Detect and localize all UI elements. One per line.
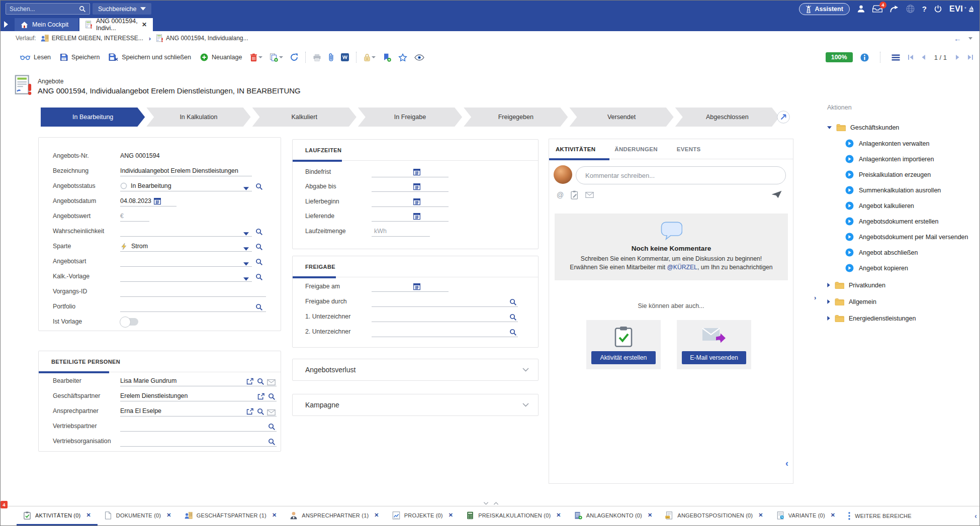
dropdown-icon[interactable] [243, 247, 249, 251]
field-wahrscheinlichkeit[interactable] [120, 224, 266, 239]
workflow-step-freigegeben[interactable]: Freigegeben [464, 108, 568, 127]
caret-right-blue-icon[interactable] [827, 283, 830, 287]
comment-field[interactable] [576, 166, 786, 184]
field-bearbeiter[interactable]: Lisa Marie Gundrum [120, 373, 277, 388]
user-icon[interactable] [857, 5, 865, 13]
zoom-level-badge[interactable]: 100% [826, 52, 853, 62]
bottom-tab-projekte-0[interactable]: PROJEKTE (0)✕ [386, 506, 460, 525]
copy-button[interactable] [266, 50, 287, 65]
action-angebot-kopieren[interactable]: Angebot kopieren [822, 260, 979, 276]
action-anlagenkonten-verwalten[interactable]: Anlagenkonten verwalten [822, 136, 979, 151]
scroll-left-icon[interactable]: ‹ [974, 512, 977, 520]
workflow-step-in-freigabe[interactable]: In Freigabe [358, 108, 462, 127]
action-angebotsdokument-per-mail-versenden[interactable]: Angebotsdokument per Mail versenden [822, 229, 979, 245]
mail-icon[interactable] [267, 379, 276, 385]
field-ansprechpartner[interactable]: Erna El Eselpe [120, 403, 277, 418]
splitter-controls[interactable] [483, 502, 499, 505]
field-sparte[interactable]: Strom [120, 239, 266, 254]
field-lieferende[interactable] [372, 209, 530, 224]
field-vorgangs-id[interactable] [120, 284, 266, 299]
assistent-button[interactable]: Assistent [799, 3, 850, 15]
menu-icon[interactable] [892, 54, 900, 61]
bottom-tab-gesch-ftspartner-1[interactable]: GESCHÄFTSPARTNER (1)✕ [178, 506, 284, 525]
tab-mein-cockpit[interactable]: Mein Cockpit [15, 18, 78, 31]
chevron-down-icon[interactable] [522, 368, 529, 372]
action-angebotsdokument-erstellen[interactable]: Angebotsdokument erstellen [822, 214, 979, 229]
search-icon[interactable] [255, 258, 263, 266]
tab-aenderungen[interactable]: ÄNDERUNGEN [614, 146, 657, 152]
neuanlage-button[interactable]: Neuanlage [196, 50, 246, 65]
field-lieferbeginn[interactable] [372, 194, 530, 209]
action-folder-energiedienstleistungen[interactable]: Energiedienstleistungen [822, 310, 979, 327]
global-search[interactable] [6, 3, 90, 15]
next-page-icon[interactable] [955, 54, 960, 60]
bottom-tab-aktivit-ten-0[interactable]: AKTIVITÄTEN (0)✕ [17, 506, 98, 525]
lesen-button[interactable]: Lesen [16, 50, 55, 65]
field-bindefrist[interactable] [372, 164, 530, 179]
close-icon[interactable]: ✕ [86, 512, 91, 518]
watch-button[interactable] [411, 50, 428, 65]
field-portfolio[interactable] [120, 299, 266, 314]
info-icon[interactable] [860, 53, 869, 62]
action-preiskalkulation-erzeugen[interactable]: Preiskalkulation erzeugen [822, 167, 979, 182]
calendar-icon[interactable] [413, 282, 421, 290]
external-link-icon[interactable] [246, 408, 253, 415]
help-icon[interactable]: ? [922, 5, 927, 13]
prev-page-icon[interactable] [921, 54, 926, 60]
search-icon[interactable] [268, 423, 276, 431]
refresh-button[interactable] [287, 50, 302, 65]
last-page-icon[interactable] [967, 54, 973, 60]
search-icon[interactable] [255, 228, 263, 236]
close-icon[interactable]: ✕ [449, 512, 453, 518]
field-kalk-vorlage[interactable] [120, 269, 266, 284]
close-icon[interactable]: ✕ [831, 512, 835, 518]
search-icon[interactable] [268, 438, 276, 446]
attach-button[interactable] [325, 50, 337, 65]
power-icon[interactable] [934, 5, 942, 13]
field-angebotsstatus[interactable]: In Bearbeitung [120, 178, 266, 193]
workflow-step-abgeschlossen[interactable]: Abgeschlossen [675, 108, 779, 127]
calendar-icon[interactable] [413, 197, 421, 205]
breadcrumb-item-partner[interactable]: ERELEM GIEßEN, INTERESSE... [41, 34, 143, 42]
dropdown-icon[interactable] [243, 277, 249, 281]
collapse-panel-icon[interactable]: ‹ [781, 456, 793, 471]
caret-right-blue-icon[interactable] [827, 299, 830, 304]
chevron-up-icon[interactable] [493, 502, 499, 505]
clipboard-edit-icon[interactable] [571, 190, 578, 199]
action-angebot-kalkulieren[interactable]: Angebot kalkulieren [822, 198, 979, 214]
close-icon[interactable]: ✕ [758, 512, 763, 518]
mail-icon[interactable] [267, 409, 276, 415]
workflow-step-in-kalkulation[interactable]: In Kalkulation [146, 108, 250, 127]
search-input[interactable] [10, 6, 79, 13]
external-link-icon[interactable] [246, 378, 253, 385]
close-icon[interactable]: ✕ [166, 512, 171, 518]
action-angebot-abschlie-en[interactable]: Angebot abschließen [822, 245, 979, 260]
action-anlagenkonten-importieren[interactable]: Anlagenkonten importieren [822, 151, 979, 167]
action-folder-gesch-ftskunden[interactable]: Geschäftskunden [822, 119, 979, 136]
first-page-icon[interactable] [908, 54, 914, 60]
dropdown-icon[interactable] [243, 187, 249, 190]
breadcrumb-item-offer[interactable]: ANG 0001594, Individualang... [156, 34, 248, 42]
external-link-icon[interactable] [257, 393, 264, 400]
field-angebotsdatum[interactable]: 04.08.2023 [120, 193, 266, 208]
search-icon[interactable] [255, 273, 263, 281]
bottom-tab-weitere-bereiche[interactable]: WEITERE BEREICHE [842, 506, 918, 525]
close-icon[interactable]: ✕ [648, 512, 652, 518]
history-dropdown-icon[interactable] [968, 37, 972, 40]
calendar-icon[interactable] [413, 168, 421, 176]
send-icon[interactable] [771, 190, 782, 198]
bottom-tab-anlagenkonto-0[interactable]: ANLAGENKONTO (0)✕ [568, 506, 659, 525]
field-laufzeitmenge[interactable]: kWh [372, 224, 530, 239]
field-vertriebsorganisation[interactable] [120, 434, 277, 449]
expand-sidebar-icon[interactable] [4, 21, 8, 28]
field-gesch-ftspartner[interactable]: Erelem Dienstleistungen [120, 388, 277, 403]
search-icon[interactable] [257, 378, 264, 385]
search-icon[interactable] [509, 313, 517, 321]
search-icon[interactable] [79, 6, 86, 13]
workflow-step-versendet[interactable]: Versendet [569, 108, 673, 127]
bottom-tab-preiskalkulationen-0[interactable]: PREISKALKULATIONEN (0)✕ [460, 506, 568, 525]
action-summenkalkulation-ausrollen[interactable]: Summenkalkulation ausrollen [822, 182, 979, 198]
calendar-icon[interactable] [153, 197, 161, 205]
favorite-button[interactable] [395, 50, 411, 65]
speichern-button[interactable]: Speichern [55, 50, 104, 65]
